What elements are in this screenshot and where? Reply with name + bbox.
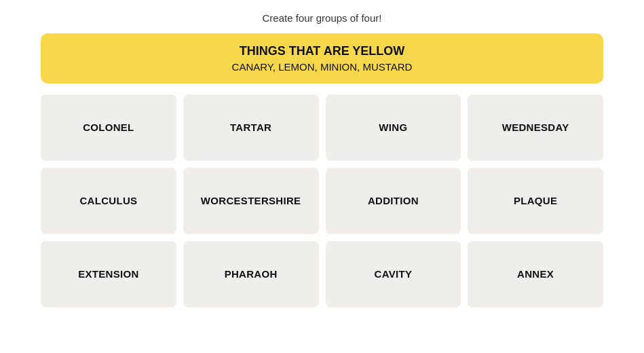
word-card[interactable]: CAVITY (326, 241, 461, 308)
word-card-label: CAVITY (375, 267, 413, 281)
word-card[interactable]: WEDNESDAY (468, 94, 603, 161)
category-title: THINGS THAT ARE YELLOW (54, 44, 590, 58)
word-card[interactable]: COLONEL (41, 94, 176, 161)
word-card-label: PHARAOH (225, 267, 278, 281)
word-card[interactable]: CALCULUS (41, 168, 176, 234)
word-card[interactable]: PHARAOH (183, 241, 319, 308)
yellow-category-banner: THINGS THAT ARE YELLOW CANARY, LEMON, MI… (41, 33, 603, 83)
word-card-label: PLAQUE (514, 194, 557, 208)
word-card[interactable]: WING (326, 94, 461, 161)
word-card-label: TARTAR (230, 121, 271, 134)
word-card-label: CALCULUS (79, 194, 137, 208)
word-card-label: WEDNESDAY (502, 121, 569, 134)
word-card[interactable]: PLAQUE (468, 168, 603, 234)
word-card-label: EXTENSION (78, 267, 138, 281)
word-card[interactable]: TARTAR (183, 94, 319, 161)
word-card-label: COLONEL (83, 121, 134, 134)
word-card-label: WORCESTERSHIRE (201, 194, 301, 208)
word-card-label: WING (379, 121, 407, 134)
word-grid: COLONELTARTARWINGWEDNESDAYCALCULUSWORCES… (41, 94, 603, 308)
word-card[interactable]: ADDITION (326, 168, 461, 234)
word-card[interactable]: WORCESTERSHIRE (183, 168, 319, 234)
word-card-label: ANNEX (517, 267, 554, 281)
word-card-label: ADDITION (368, 194, 419, 208)
category-words: CANARY, LEMON, MINION, MUSTARD (54, 61, 590, 73)
word-card[interactable]: EXTENSION (41, 241, 176, 308)
subtitle: Create four groups of four! (263, 12, 382, 24)
word-card[interactable]: ANNEX (468, 241, 603, 308)
